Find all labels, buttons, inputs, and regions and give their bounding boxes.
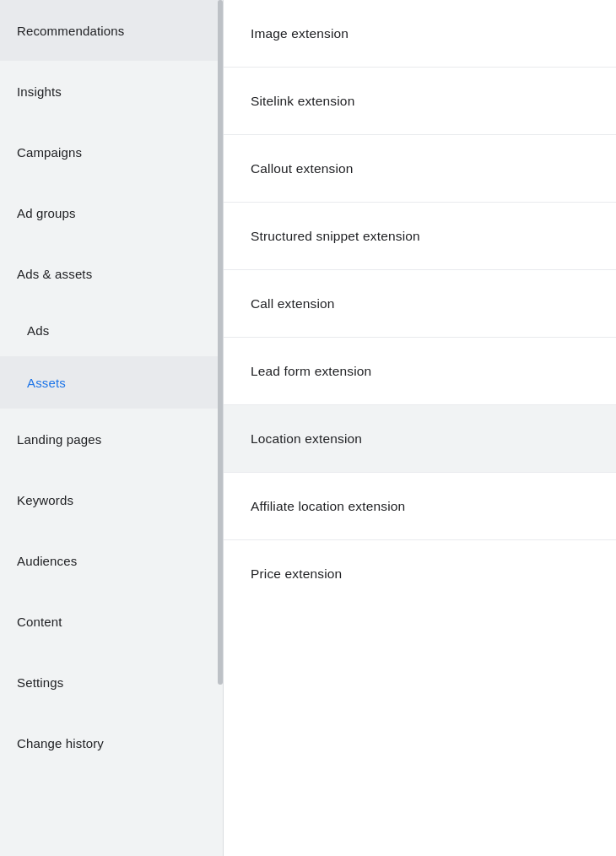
extension-label: Callout extension (251, 161, 354, 176)
extension-label: Affiliate location extension (251, 499, 405, 514)
extension-item-lead-form-extension[interactable]: Lead form extension (224, 338, 616, 405)
main-content: Image extensionSitelink extensionCallout… (224, 0, 616, 856)
sidebar-item-label: Ads (27, 323, 49, 338)
sidebar-item-ads[interactable]: Ads (0, 304, 223, 356)
sidebar-item-label: Assets (27, 376, 66, 390)
sidebar-item-label: Recommendations (17, 24, 124, 38)
sidebar-item-label: Ad groups (17, 206, 76, 220)
extension-item-location-extension[interactable]: Location extension (224, 405, 616, 473)
sidebar-item-ads-assets[interactable]: Ads & assets (0, 243, 223, 304)
extension-item-sitelink-extension[interactable]: Sitelink extension (224, 68, 616, 135)
extension-item-call-extension[interactable]: Call extension (224, 270, 616, 338)
sidebar-item-recommendations[interactable]: Recommendations (0, 0, 223, 61)
extension-label: Sitelink extension (251, 94, 354, 109)
sidebar-item-insights[interactable]: Insights (0, 61, 223, 122)
extension-label: Location extension (251, 431, 362, 447)
sidebar-item-label: Settings (17, 675, 63, 690)
sidebar-item-ad-groups[interactable]: Ad groups (0, 182, 223, 243)
sidebar-item-campaigns[interactable]: Campaigns (0, 122, 223, 182)
sidebar: RecommendationsInsightsCampaignsAd group… (0, 0, 224, 856)
sidebar-scrollbar-thumb (218, 0, 223, 685)
sidebar-item-keywords[interactable]: Keywords (0, 469, 223, 530)
sidebar-item-label: Change history (17, 736, 104, 750)
extension-label: Lead form extension (251, 364, 371, 379)
extension-item-affiliate-location-extension[interactable]: Affiliate location extension (224, 473, 616, 540)
sidebar-item-label: Insights (17, 84, 62, 99)
sidebar-item-label: Audiences (17, 554, 77, 568)
extension-label: Call extension (251, 296, 335, 312)
sidebar-item-label: Ads & assets (17, 267, 92, 281)
extension-item-image-extension[interactable]: Image extension (224, 0, 616, 68)
sidebar-item-label: Landing pages (17, 432, 101, 447)
sidebar-item-label: Keywords (17, 493, 73, 507)
sidebar-item-landing-pages[interactable]: Landing pages (0, 409, 223, 469)
extension-label: Image extension (251, 26, 349, 41)
sidebar-item-settings[interactable]: Settings (0, 652, 223, 712)
extension-item-structured-snippet-extension[interactable]: Structured snippet extension (224, 203, 616, 270)
extension-item-callout-extension[interactable]: Callout extension (224, 135, 616, 203)
sidebar-item-assets[interactable]: Assets (0, 356, 223, 409)
sidebar-scrollbar[interactable] (218, 0, 223, 856)
extension-label: Structured snippet extension (251, 229, 420, 244)
extension-item-price-extension[interactable]: Price extension (224, 540, 616, 608)
sidebar-item-label: Campaigns (17, 145, 82, 160)
sidebar-item-change-history[interactable]: Change history (0, 712, 223, 773)
sidebar-item-content[interactable]: Content (0, 591, 223, 652)
sidebar-item-audiences[interactable]: Audiences (0, 530, 223, 591)
sidebar-item-label: Content (17, 615, 62, 629)
extension-label: Price extension (251, 566, 342, 582)
